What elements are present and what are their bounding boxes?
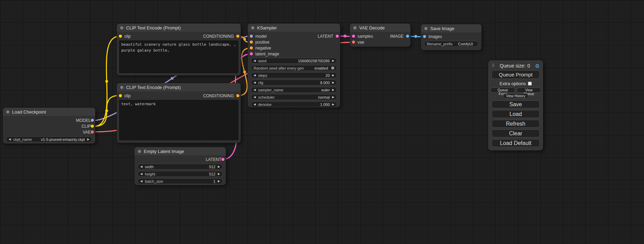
node-title-bar[interactable]: CLIP Text Encode (Prompt) (117, 83, 241, 91)
image-output-socket[interactable] (406, 35, 409, 38)
widget-name: scheduler (258, 95, 275, 99)
load-default-button[interactable]: Load Default (492, 139, 540, 147)
clear-button[interactable]: Clear (492, 129, 540, 137)
clip-output-socket[interactable] (91, 125, 94, 128)
model-output-socket[interactable] (91, 119, 94, 122)
decrement-arrow-icon[interactable]: ◀ (254, 96, 256, 99)
decrement-arrow-icon[interactable]: ◀ (254, 89, 256, 91)
increment-arrow-icon[interactable]: ▶ (332, 89, 334, 91)
increment-arrow-icon[interactable]: ▶ (218, 173, 220, 175)
clip-input-socket[interactable] (119, 94, 122, 97)
prompt-textarea[interactable]: beautiful scenery nature glass bottle la… (119, 40, 238, 73)
collapse-dot-icon[interactable] (6, 110, 9, 114)
queue-size-value: 0 (527, 63, 530, 69)
wire-clip-positive-midpoint-dot (105, 80, 108, 83)
widget-name: ckpt_name (13, 137, 32, 142)
vae-output-socket[interactable] (91, 130, 94, 134)
node-vae-decode[interactable]: VAE Decode samples IMAGE vae (350, 24, 411, 47)
increment-arrow-icon[interactable]: ▶ (332, 96, 334, 99)
drag-handle-icon[interactable]: ⠿ (492, 63, 495, 68)
decrement-arrow-icon[interactable]: ◀ (9, 138, 11, 141)
latent-output-socket[interactable] (221, 158, 224, 161)
negative-input-socket[interactable] (250, 46, 253, 49)
increment-arrow-icon[interactable]: ▶ (332, 74, 334, 77)
widget-random-seed-toggle[interactable]: Random seed after every gen enabled (251, 65, 337, 71)
widget-filename-prefix[interactable]: filename_prefix ComfyUI (424, 41, 478, 47)
widget-value: 512 (209, 172, 215, 176)
increment-arrow-icon[interactable]: ▶ (218, 180, 220, 183)
view-queue-button[interactable]: View Queue (517, 88, 541, 93)
decrement-arrow-icon[interactable]: ◀ (254, 81, 256, 84)
widget-name: sampler_name (258, 88, 283, 92)
input-label-positive: positive (255, 40, 270, 45)
latent-output-socket[interactable] (336, 35, 339, 38)
decrement-arrow-icon[interactable]: ◀ (140, 165, 142, 168)
node-clip-text-encode-negative[interactable]: CLIP Text Encode (Prompt) clip CONDITION… (117, 83, 241, 143)
widget-value: euler (321, 88, 329, 92)
refresh-button[interactable]: Refresh (492, 120, 540, 128)
output-label-conditioning: CONDITIONING (203, 34, 234, 39)
collapse-dot-icon[interactable] (120, 26, 123, 29)
conditioning-output-socket[interactable] (236, 94, 239, 97)
increment-arrow-icon[interactable]: ▶ (332, 103, 334, 106)
decrement-arrow-icon[interactable]: ◀ (140, 180, 142, 183)
collapse-dot-icon[interactable] (353, 26, 356, 29)
widget-height[interactable]: ◀ height 512 ▶ (138, 171, 223, 177)
decrement-arrow-icon[interactable]: ◀ (140, 173, 142, 175)
prompt-textarea[interactable]: text, watermark (119, 100, 238, 140)
positive-input-socket[interactable] (250, 40, 253, 44)
increment-arrow-icon[interactable]: ▶ (332, 81, 334, 84)
decrement-arrow-icon[interactable]: ◀ (254, 60, 256, 62)
save-button[interactable]: Save (492, 100, 540, 108)
widget-sampler-name[interactable]: ◀ sampler_name euler ▶ (251, 87, 337, 93)
widget-seed[interactable]: ◀ seed 156680208700286 ▶ (251, 58, 337, 64)
increment-arrow-icon[interactable]: ▶ (332, 60, 334, 62)
node-title-bar[interactable]: CLIP Text Encode (Prompt) (117, 24, 241, 32)
widget-value: normal (318, 95, 330, 99)
load-button[interactable]: Load (492, 110, 540, 118)
node-save-image[interactable]: Save Image images filename_prefix ComfyU… (421, 24, 482, 50)
node-title-bar[interactable]: Save Image (421, 24, 482, 33)
conditioning-output-socket[interactable] (236, 35, 239, 38)
view-history-button[interactable]: View History (503, 93, 528, 99)
node-ksampler[interactable]: KSampler model LATENT positive negative (248, 24, 340, 107)
collapse-dot-icon[interactable] (251, 26, 254, 29)
queue-prompt-button[interactable]: Queue Prompt (492, 70, 540, 79)
node-title-bar[interactable]: VAE Decode (350, 24, 411, 32)
node-load-checkpoint[interactable]: Load Checkpoint MODEL CLIP VAE ◀ ckpt_na… (3, 108, 95, 144)
extra-options-checkbox[interactable] (528, 82, 532, 85)
samples-input-socket[interactable] (352, 35, 355, 38)
latent-image-input-socket[interactable] (250, 52, 253, 55)
output-label-conditioning: CONDITIONING (203, 93, 234, 98)
widget-denoise[interactable]: ◀ denoise 1.000 ▶ (251, 101, 337, 107)
node-title-bar[interactable]: KSampler (248, 24, 340, 32)
widget-width[interactable]: ◀ width 512 ▶ (138, 164, 223, 170)
clip-input-socket[interactable] (119, 35, 122, 38)
increment-arrow-icon[interactable]: ▶ (87, 138, 89, 141)
node-title-bar[interactable]: Empty Latent Image (134, 147, 226, 155)
node-empty-latent-image[interactable]: Empty Latent Image LATENT ◀ width 512 ▶ … (134, 147, 226, 185)
node-clip-text-encode-positive[interactable]: CLIP Text Encode (Prompt) clip CONDITION… (117, 24, 241, 75)
queue-control-panel: ⠿ Queue size: 0 ⚙ Queue Prompt Extra opt… (488, 61, 543, 150)
increment-arrow-icon[interactable]: ▶ (218, 165, 220, 168)
images-input-socket[interactable] (423, 35, 426, 38)
collapse-dot-icon[interactable] (138, 150, 141, 153)
decrement-arrow-icon[interactable]: ◀ (254, 103, 256, 106)
widget-cfg[interactable]: ◀ cfg 8.000 ▶ (251, 80, 337, 85)
widget-scheduler[interactable]: ◀ scheduler normal ▶ (251, 94, 337, 100)
model-input-socket[interactable] (250, 35, 253, 38)
widget-steps[interactable]: ◀ steps 20 ▶ (251, 72, 337, 78)
node-title-bar[interactable]: Load Checkpoint (3, 108, 95, 116)
collapse-dot-icon[interactable] (424, 27, 427, 30)
settings-gear-icon[interactable]: ⚙ (535, 63, 540, 69)
widget-ckpt-name[interactable]: ◀ ckpt_name v1-5-pruned-emaonly.ckpt ▶ (6, 136, 92, 142)
queue-front-button[interactable]: Queue Front (490, 88, 515, 93)
toggle-on-indicator[interactable] (331, 66, 334, 70)
wire-latent-to-vae-midpoint-dot (344, 35, 346, 37)
collapse-dot-icon[interactable] (120, 86, 123, 89)
vae-input-socket[interactable] (352, 40, 355, 44)
widget-name: batch_size (145, 179, 163, 183)
node-graph-canvas[interactable]: Load Checkpoint MODEL CLIP VAE ◀ ckpt_na… (0, 0, 644, 244)
decrement-arrow-icon[interactable]: ◀ (254, 74, 256, 77)
widget-batch-size[interactable]: ◀ batch_size 1 ▶ (138, 178, 223, 184)
